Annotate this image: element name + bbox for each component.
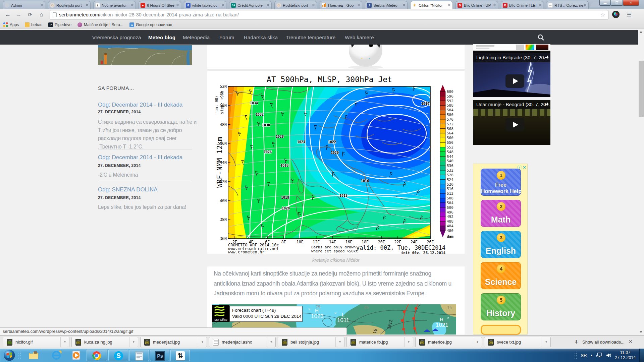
download-caret[interactable]: ▾ — [267, 337, 275, 347]
tab-0[interactable]: Admin✕ — [3, 1, 45, 9]
tab-close-icon[interactable]: ✕ — [267, 3, 270, 7]
taskbar-chrome-button[interactable] — [87, 350, 107, 361]
tab-11[interactable]: BBlic Online | LEI✕ — [501, 1, 543, 9]
scrollbar-thumb[interactable] — [639, 61, 644, 117]
download-caret[interactable]: ▾ — [60, 337, 69, 347]
download-item-2[interactable]: JPGmedenjaci.jpg▾ — [140, 337, 207, 347]
play-button[interactable] — [505, 74, 524, 88]
taskbar-switcher-button[interactable]: ⇅ — [170, 350, 190, 361]
bookmark-0[interactable]: Apps — [3, 22, 19, 27]
bookmark-3[interactable]: Matične ćelije | Sera... — [77, 22, 123, 27]
bookmark-4[interactable]: GGoogle преводилац — [129, 22, 172, 27]
tab-2[interactable]: žNoćne avantur✕ — [93, 1, 136, 9]
minimize-button[interactable]: ▬ — [599, 0, 611, 6]
forward-button[interactable]: → — [14, 10, 23, 19]
address-bar[interactable]: serbianmeteo.com/ciklon-nicifor-28-30-de… — [50, 10, 608, 19]
tab-label: Roditeljski port — [283, 3, 311, 7]
tab-close-icon[interactable]: ✕ — [221, 3, 224, 7]
tab-4[interactable]: 8white tableclot✕ — [184, 1, 226, 9]
download-caret[interactable]: ▾ — [335, 337, 344, 347]
play-button[interactable] — [505, 118, 524, 131]
video-udar-munje[interactable]: Udar munje - Beograd (30. 7. 20... — [473, 100, 550, 145]
ad-button-6[interactable] — [481, 325, 521, 335]
nav-item-radarska-slika[interactable]: Radarska slika — [244, 30, 278, 45]
tab-close-icon[interactable]: ✕ — [312, 3, 315, 7]
tab-close-icon[interactable]: ✕ — [448, 3, 451, 7]
video-lightning[interactable]: Lightning in Belgrade (30. 7. 20... — [473, 53, 550, 97]
taskbar-ie-icon[interactable] — [50, 350, 63, 361]
tab-close-icon[interactable]: ✕ — [131, 3, 134, 7]
download-caret[interactable]: ▾ — [473, 337, 482, 347]
tab-close-icon[interactable]: ✕ — [538, 3, 541, 7]
download-item-0[interactable]: GIFnicifor.gif▾ — [3, 337, 69, 347]
download-item-3[interactable]: medenjaci.ashx▾ — [209, 337, 276, 347]
download-bar-close[interactable]: ✕ — [629, 339, 633, 344]
tab-close-icon[interactable]: ✕ — [493, 3, 496, 7]
taskbar-photoshop-button[interactable]: Ps — [150, 350, 169, 361]
nav-item-trenutne-temperature[interactable]: Trenutne temperature — [286, 30, 336, 45]
post-title-2[interactable]: Odg: SNEZNA DOLINA — [98, 186, 158, 193]
tab-close-icon[interactable]: ✕ — [357, 3, 360, 7]
download-caret[interactable]: ▾ — [404, 337, 413, 347]
nav-item-web-kamere[interactable]: Web kamere — [345, 30, 374, 45]
nav-item-vremenska-prognoza[interactable]: Vremenska prognoza — [92, 30, 141, 45]
extension-icon[interactable] — [611, 10, 620, 19]
download-item-6[interactable]: JPGmaterice.jpg▾ — [415, 337, 482, 347]
nav-item-meteopedia[interactable]: Meteopedia — [183, 30, 210, 45]
search-icon[interactable] — [537, 34, 545, 41]
tab-5[interactable]: CACrédit Agricole✕ — [229, 1, 272, 9]
tray-network-icon[interactable] — [596, 352, 603, 358]
tab-8[interactable]: fSerbianMeteo✕ — [365, 1, 408, 9]
video2-rooftop — [473, 109, 550, 116]
tab-close-icon[interactable]: ✕ — [402, 3, 406, 7]
download-item-5[interactable]: JPGmaterice fb.jpg▾ — [346, 337, 413, 347]
nav-item-forum[interactable]: Forum — [219, 30, 234, 45]
tray-volume-icon[interactable] — [606, 352, 612, 358]
tab-close-icon[interactable]: ✕ — [584, 3, 587, 7]
download-item-1[interactable]: JPGkuca za ng.jpg▾ — [71, 337, 138, 347]
colorbar-value: 572 — [447, 122, 453, 126]
bookmark-star-icon[interactable]: ☆ — [600, 11, 605, 18]
ad-button-free[interactable]: 1FreeHomework Help — [481, 169, 521, 196]
show-desktop-button[interactable] — [639, 349, 644, 362]
ad-button-science[interactable]: 4Science — [481, 262, 521, 289]
ad-button-math[interactable]: 2Math — [481, 200, 521, 227]
tab-3[interactable]: ▶6 Hours Of Slee✕ — [139, 1, 181, 9]
tray-clock[interactable]: 11:07 27.12.2014 — [615, 350, 636, 360]
reload-button[interactable]: ⟳ — [25, 10, 35, 19]
restore-button[interactable]: ❐ — [611, 0, 623, 6]
tab-6[interactable]: ☺Roditeljski port✕ — [274, 1, 317, 9]
download-caret[interactable]: ▾ — [198, 337, 207, 347]
taskbar-skype-button[interactable]: S — [108, 350, 128, 361]
ad-button-english[interactable]: 3English — [481, 231, 521, 258]
post-title-0[interactable]: Odg: Decembar 2014 - III dekada — [98, 102, 182, 108]
bookmark-1[interactable]: bebac — [25, 22, 42, 27]
tab-9[interactable]: ☀Ciklon "Nićifor✕ — [410, 1, 453, 9]
home-button[interactable]: ⌂ — [37, 10, 46, 19]
download-item-4[interactable]: JPGbeli stoljnja.jpg▾ — [278, 337, 344, 347]
show-all-downloads-link[interactable]: Show all downloads... — [582, 340, 625, 345]
bookmark-2[interactable]: PPipedrive — [48, 22, 71, 27]
tab-close-icon[interactable]: ✕ — [40, 3, 43, 7]
download-caret[interactable]: ▾ — [129, 337, 138, 347]
post-title-1[interactable]: Odg: Decembar 2014 - III dekada — [98, 154, 182, 161]
download-caret[interactable]: ▾ — [542, 337, 550, 347]
ad-close-icon[interactable]: ✕ — [523, 165, 526, 170]
menu-button[interactable]: ☰ — [625, 10, 634, 19]
tab-7[interactable]: Преглед - Goo✕ — [320, 1, 362, 9]
nav-item-meteo-blog[interactable]: Meteo blog — [148, 30, 175, 45]
ad-button-history[interactable]: 5History — [481, 293, 521, 320]
tab-close-icon[interactable]: ✕ — [176, 3, 179, 7]
taskbar-wmp-icon[interactable] — [70, 350, 83, 361]
tab-close-icon[interactable]: ✕ — [86, 3, 89, 7]
tab-12[interactable]: rtsRTS :: Oprez, ne✕ — [546, 1, 589, 9]
close-button[interactable]: ✕ — [623, 0, 639, 6]
start-button[interactable] — [2, 349, 17, 362]
tab-10[interactable]: BBlic Online | UP✕ — [455, 1, 498, 9]
download-item-7[interactable]: JPGsvece txt.jpg▾ — [484, 337, 551, 347]
tray-expand-arrow[interactable]: ▲ — [590, 354, 593, 357]
taskbar-explorer-icon[interactable] — [27, 350, 40, 361]
tab-1[interactable]: ☺Roditeljski port✕ — [48, 1, 91, 9]
taskbar-notepad-button[interactable] — [129, 350, 149, 361]
back-button[interactable]: ← — [3, 10, 12, 19]
